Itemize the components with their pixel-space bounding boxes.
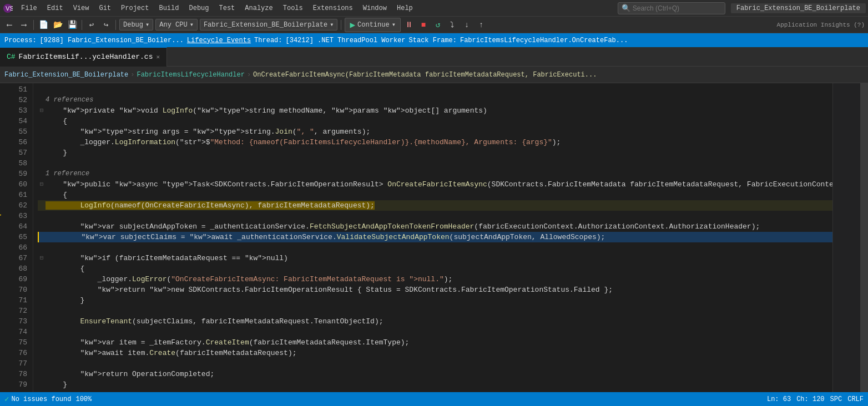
line-text-68: "kw">return "kw">new SDKContracts.Fabric… [46,285,832,295]
debug-bar: Process: [9288] Fabric_Extension_BE_Boil… [0,33,868,47]
line-number-66: 66 [18,242,27,253]
gutter-line-74: 74 [0,327,27,337]
gutter-line-57: 57 [0,148,27,158]
line-number-78: 78 [18,369,27,379]
reference-count-52: 4 references [46,95,93,105]
code-line-75 [38,358,832,369]
line-number-55: 55 [18,126,27,137]
tab-fabricitemslifecyclehandler[interactable]: C# FabricItemsLif...ycleHandler.cs ✕ [0,47,167,67]
code-area[interactable]: 4 references⊟ "kw">private "kw">void Log… [33,83,832,392]
menu-help[interactable]: Help [392,3,417,13]
breadcrumb-method[interactable]: OnCreateFabricItemAsync(FabricItemMetada… [253,71,597,79]
menu-build[interactable]: Build [154,3,183,13]
line-text-62: "kw">var subjectAndAppToken = _authentic… [46,221,832,232]
line-number-54: 54 [18,116,27,126]
search-box[interactable]: 🔍 [618,2,725,14]
check-icon: ✓ [4,394,9,404]
menu-tools[interactable]: Tools [279,3,307,13]
step-out-btn[interactable]: ↑ [475,19,487,31]
gutter-line-63: ➤63 [0,211,27,221]
menu-file[interactable]: File [17,3,42,13]
code-line-68: "kw">return "kw">new SDKContracts.Fabric… [38,285,832,295]
app-insights-label: Application Insights (?) [777,22,865,28]
menu-extensions[interactable]: Extensions [309,3,357,13]
gutter-line-64: 64 [0,221,27,232]
redo-btn[interactable]: ↪ [100,19,112,31]
code-line-69: } [38,295,832,306]
gutter-line-59: 59 [0,169,27,179]
code-line-70 [38,306,832,316]
code-line-57 [38,158,832,169]
col-label: Ch: 120 [796,395,824,403]
gutter-line-58: 58 [0,158,27,169]
open-btn[interactable]: 📂 [52,19,64,31]
code-line-67: _logger.LogError("OnCreateFabricItemAsyn… [38,274,832,285]
fold-toggle-58[interactable]: ⊟ [38,179,46,190]
code-line-74: "kw">await item.Create(fabricItemMetadat… [38,348,832,358]
gutter-line-61: 61 [0,190,27,200]
line-number-77: 77 [18,358,27,369]
gutter-line-60: 60 [0,179,27,190]
save-btn[interactable]: 💾 [66,19,78,31]
line-text-59: { [46,190,832,200]
breadcrumb-sep-1: › [130,71,134,79]
line-text-66: { [46,263,832,274]
tab-bar: C# FabricItemsLif...ycleHandler.cs ✕ [0,47,868,67]
tab-close-btn[interactable]: ✕ [156,53,160,60]
fold-toggle-52[interactable]: ⊟ [38,105,46,116]
cpu-config-arrow: ▾ [190,21,194,29]
line-number-69: 69 [18,274,27,285]
undo-btn[interactable]: ↩ [85,19,98,31]
gutter-line-77: 77 [0,358,27,369]
code-line-59: { [38,190,832,200]
vertical-scrollbar[interactable] [860,83,868,392]
code-line-54: "kw">"type">string args = "kw">"type">st… [38,126,832,137]
stop-btn[interactable]: ■ [417,19,430,31]
menu-analyze[interactable]: Analyze [240,3,277,13]
gutter-line-71: 71 [0,295,27,306]
step-over-btn[interactable]: ⤵ [446,19,458,31]
step-into-btn[interactable]: ↓ [461,19,473,31]
breadcrumb-project[interactable]: Fabric_Extension_BE_Boilerplate [4,71,128,79]
line-text-69: } [46,295,832,306]
menu-test[interactable]: Test [215,3,240,13]
menu-window[interactable]: Window [359,3,391,13]
debug-config-arrow: ▾ [145,21,149,29]
line-number-61: 61 [18,190,27,200]
menu-project[interactable]: Project [117,3,153,13]
continue-btn[interactable]: ▶ Continue ▾ [345,18,400,32]
line-number-75: 75 [18,337,27,348]
cpu-config-dropdown[interactable]: Any CPU ▾ [155,19,198,31]
menu-debug[interactable]: Debug [184,3,213,13]
lifecycle-btn[interactable]: Lifecycle Events [187,37,251,44]
code-line-63: "kw">var subjectClaims = "kw">await _aut… [38,232,832,242]
line-text-67: _logger.LogError("OnCreateFabricItemAsyn… [46,274,832,285]
restart-btn[interactable]: ↺ [432,19,444,31]
search-input[interactable] [633,4,721,12]
minimap [832,83,860,392]
process-label: Process: [4,37,37,44]
line-text-63: "kw">var subjectClaims = "kw">await _aut… [47,232,832,242]
debug-config-dropdown[interactable]: Debug ▾ [119,19,153,31]
nav-fwd-btn[interactable]: ⟶ [18,19,30,31]
new-file-btn[interactable]: 📄 [37,19,49,31]
fold-toggle-65[interactable]: ⊟ [38,253,46,263]
menu-view[interactable]: View [69,3,94,13]
line-text-54: "kw">"type">string args = "kw">"type">st… [46,126,832,137]
gutter-line-80: 80 [0,390,27,392]
menu-git[interactable]: Git [94,3,115,13]
code-line-58: ⊟ "kw">public "kw">async "type">Task<SDK… [38,179,832,190]
current-line-arrow-63: ➤ [0,211,2,221]
line-text-76: "kw">return OperationCompleted; [46,369,832,379]
toolbar: ⟵ ⟶ 📄 📂 💾 ↩ ↪ Debug ▾ Any CPU ▾ Fabric_E… [0,17,868,33]
line-number-73: 73 [18,316,27,327]
pause-btn[interactable]: ⏸ [403,19,415,31]
no-issues-indicator[interactable]: ✓ No issues found [4,394,71,404]
breadcrumb-class[interactable]: FabricItemsLifecycleHandler [137,71,244,79]
gutter-line-79: 79 [0,379,27,390]
menu-edit[interactable]: Edit [43,3,68,13]
line-text-52: "kw">private "kw">void LogInfo("kw">"typ… [46,105,832,116]
project-dropdown[interactable]: Fabric_Extension_BE_Boilerplate ▾ [200,19,337,31]
code-line-52: ⊟ "kw">private "kw">void LogInfo("kw">"t… [38,105,832,116]
nav-back-btn[interactable]: ⟵ [3,19,16,31]
